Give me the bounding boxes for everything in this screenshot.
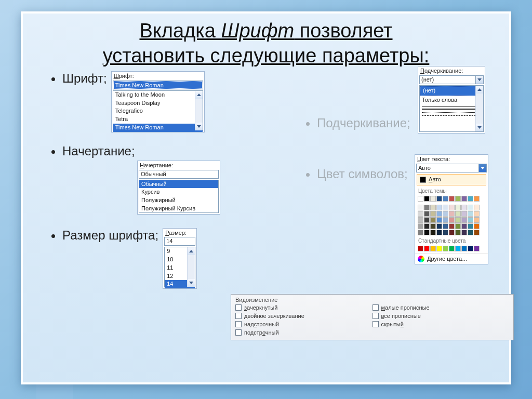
color-swatch[interactable] (461, 196, 467, 202)
color-swatch[interactable] (418, 246, 423, 251)
chevron-down-icon[interactable] (478, 164, 486, 172)
underline-scrollbar[interactable] (475, 86, 483, 131)
color-swatch[interactable] (461, 246, 467, 251)
color-swatch[interactable] (436, 217, 442, 223)
color-swatch[interactable] (430, 217, 436, 223)
color-swatch[interactable] (468, 246, 473, 251)
color-swatch[interactable] (424, 196, 430, 202)
color-swatch[interactable] (430, 211, 436, 217)
font-option[interactable]: Times New Roman (113, 124, 203, 132)
color-swatch[interactable] (468, 196, 473, 202)
color-swatch[interactable] (455, 223, 461, 229)
color-std-row[interactable] (415, 245, 488, 254)
style-option[interactable]: Полужирный Курсив (139, 205, 218, 213)
color-swatch[interactable] (449, 230, 455, 235)
color-swatch[interactable] (443, 223, 448, 229)
color-swatch[interactable] (436, 223, 442, 229)
font-option[interactable]: Tetra (113, 115, 203, 124)
color-swatch[interactable] (449, 223, 455, 229)
chevron-down-icon[interactable] (475, 76, 483, 84)
color-swatch[interactable] (424, 246, 430, 251)
color-swatch[interactable] (468, 217, 473, 223)
color-swatch[interactable] (468, 230, 473, 235)
color-swatch[interactable] (449, 211, 455, 217)
effect-checkbox[interactable]: зачеркнутый (235, 304, 373, 311)
color-swatch[interactable] (474, 217, 480, 223)
color-swatch[interactable] (443, 196, 448, 202)
font-option[interactable]: Telegrafico (113, 107, 203, 115)
effect-checkbox[interactable]: двойное зачеркивание (235, 313, 373, 319)
color-swatch[interactable] (436, 230, 442, 235)
style-option[interactable]: Курсив (139, 188, 218, 196)
color-auto[interactable]: Авто (417, 174, 486, 185)
color-swatch[interactable] (461, 211, 467, 217)
font-scrollbar[interactable] (195, 91, 203, 130)
color-swatch[interactable] (455, 211, 461, 217)
color-swatch[interactable] (418, 196, 423, 202)
color-swatch[interactable] (474, 223, 480, 229)
size-scrollbar[interactable] (187, 247, 195, 287)
color-swatch[interactable] (461, 217, 467, 223)
color-combo[interactable]: Авто (416, 164, 487, 172)
color-swatch[interactable] (424, 217, 430, 223)
color-swatch[interactable] (430, 196, 436, 202)
underline-option[interactable] (420, 113, 483, 116)
color-swatch[interactable] (474, 211, 480, 217)
style-list[interactable]: Обычный Курсив Полужирный Полужирный Кур… (139, 180, 219, 213)
color-swatch[interactable] (468, 211, 473, 217)
style-combo[interactable]: Обычный (139, 170, 219, 179)
color-swatch[interactable] (449, 205, 455, 210)
color-swatch[interactable] (418, 205, 423, 210)
color-swatch[interactable] (443, 230, 448, 235)
color-swatch[interactable] (436, 196, 442, 202)
color-swatch[interactable] (430, 246, 436, 251)
color-swatch[interactable] (443, 211, 448, 217)
scroll-up-icon[interactable] (476, 86, 483, 94)
color-swatch[interactable] (455, 205, 461, 210)
scroll-up-icon[interactable] (195, 91, 203, 99)
underline-option-none[interactable]: (нет) (420, 86, 483, 96)
effect-checkbox[interactable]: малые прописные (373, 304, 510, 311)
color-swatch[interactable] (474, 246, 480, 251)
color-swatch[interactable] (461, 230, 467, 235)
color-more[interactable]: Другие цвета… (415, 254, 488, 264)
color-swatch[interactable] (436, 246, 442, 251)
underline-combo[interactable]: (нет) (419, 75, 484, 84)
font-list[interactable]: Talking to the Moon Teaspoon Display Tel… (113, 90, 203, 131)
color-swatch[interactable] (468, 223, 473, 229)
underline-option-words[interactable]: Только слова (420, 96, 483, 104)
font-option[interactable]: Talking to the Moon (113, 91, 203, 99)
color-swatch[interactable] (474, 230, 480, 235)
font-option[interactable]: Teaspoon Display (113, 99, 203, 108)
effect-checkbox[interactable]: скрытый (373, 321, 510, 327)
color-swatch[interactable] (418, 211, 423, 217)
color-swatch[interactable] (461, 205, 467, 210)
color-swatch[interactable] (449, 196, 455, 202)
underline-list[interactable]: (нет) Только слова (419, 85, 484, 132)
color-swatch[interactable] (424, 223, 430, 229)
color-swatch[interactable] (449, 217, 455, 223)
color-swatch[interactable] (436, 205, 442, 210)
scroll-down-icon[interactable] (476, 124, 483, 131)
color-swatch[interactable] (430, 230, 436, 235)
color-swatch[interactable] (443, 246, 448, 251)
effect-checkbox[interactable]: подстрочный (235, 329, 373, 336)
color-swatch[interactable] (455, 230, 461, 235)
color-swatch[interactable] (424, 205, 430, 210)
color-swatch[interactable] (461, 223, 467, 229)
color-swatch[interactable] (455, 196, 461, 202)
effect-checkbox[interactable]: все прописные (373, 313, 510, 319)
color-swatch[interactable] (455, 217, 461, 223)
color-swatch[interactable] (430, 223, 436, 229)
color-swatch[interactable] (474, 196, 480, 202)
color-swatch[interactable] (455, 246, 461, 251)
size-list[interactable]: 9 10 11 12 14 (164, 247, 195, 287)
size-combo[interactable]: 14 (164, 237, 195, 246)
color-swatch[interactable] (418, 230, 423, 235)
scroll-up-icon[interactable] (188, 247, 195, 255)
color-swatch[interactable] (418, 217, 423, 223)
color-swatch[interactable] (468, 205, 473, 210)
color-swatch[interactable] (430, 205, 436, 210)
color-swatch[interactable] (443, 217, 448, 223)
color-swatch[interactable] (474, 205, 480, 210)
